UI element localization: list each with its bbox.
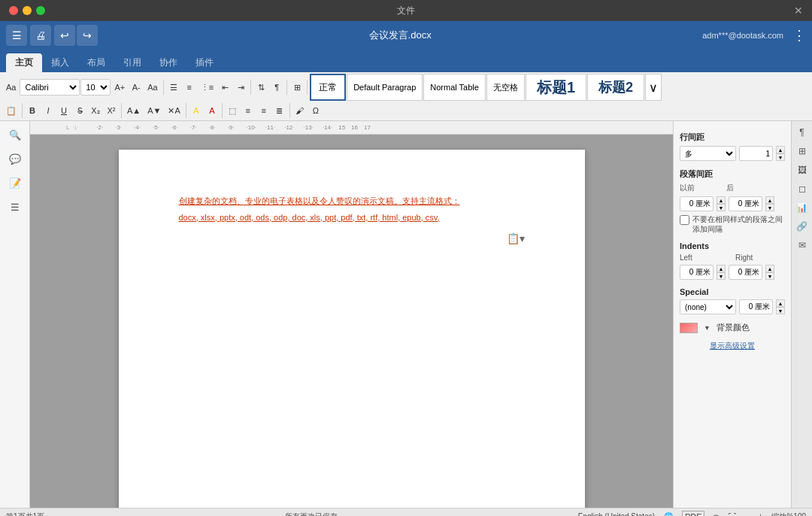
redo-button[interactable]: ↪ xyxy=(77,25,98,46)
style-no-spacing-button[interactable]: 无空格 xyxy=(486,74,525,101)
edit-icon[interactable]: ✏ xyxy=(714,512,720,516)
tab-plugins[interactable]: 插件 xyxy=(186,53,223,72)
indent-left-down[interactable]: ▼ xyxy=(717,272,726,280)
tab-layout[interactable]: 布局 xyxy=(78,53,114,72)
tab-references[interactable]: 引用 xyxy=(114,53,150,72)
sort-button[interactable]: ⇅ xyxy=(253,79,268,96)
zoom-out-icon[interactable]: – xyxy=(745,512,750,516)
font-size-select[interactable]: 10.5 xyxy=(80,79,111,96)
style-normal-table-button[interactable]: Normal Table xyxy=(423,74,486,101)
same-style-checkbox[interactable] xyxy=(680,215,689,225)
sidebar-toggle-button[interactable]: ☰ xyxy=(6,25,27,46)
para-before-input[interactable] xyxy=(680,196,714,211)
style-heading1-button[interactable]: 标题1 xyxy=(526,74,586,101)
font-increase-button[interactable]: A+ xyxy=(111,79,128,96)
font-family-select[interactable]: Calibri xyxy=(20,79,80,96)
line-spacing-up[interactable]: ▲ xyxy=(776,146,785,153)
advanced-settings-link[interactable]: 显示高级设置 xyxy=(680,341,785,351)
shape-icon[interactable]: ◻ xyxy=(794,181,810,197)
undo-button[interactable]: ↩ xyxy=(54,25,75,46)
list-button[interactable]: ⋮≡ xyxy=(198,79,217,96)
sidebar-nav-icon[interactable]: ☰ xyxy=(5,196,26,217)
para-before-down[interactable]: ▼ xyxy=(717,204,726,211)
image-icon[interactable]: 🖼 xyxy=(794,162,810,178)
line-spacing-down[interactable]: ▼ xyxy=(776,153,785,161)
align-justify-button[interactable]: ≣ xyxy=(272,102,287,119)
tab-insert[interactable]: 插入 xyxy=(42,53,78,72)
special-input[interactable] xyxy=(739,299,773,314)
close-dot[interactable] xyxy=(9,6,18,15)
bold-button[interactable]: B xyxy=(25,102,40,119)
link-icon[interactable]: 🔗 xyxy=(794,218,810,235)
indent-right-up[interactable]: ▲ xyxy=(765,265,774,272)
sidebar-comment-icon[interactable]: 💬 xyxy=(5,148,26,169)
print-button[interactable]: 🖨 xyxy=(30,25,51,46)
indent-button[interactable]: ⇥ xyxy=(233,79,248,96)
line-spacing-input[interactable] xyxy=(739,146,773,161)
chart-icon[interactable]: 📊 xyxy=(794,199,810,216)
strikethrough-button[interactable]: S̶ xyxy=(72,102,87,119)
indent-left-input[interactable] xyxy=(680,265,714,280)
zoom-in-icon[interactable]: + xyxy=(759,512,763,516)
outdent-button[interactable]: ⇤ xyxy=(217,79,232,96)
zoom-level[interactable]: 缩放%100 xyxy=(771,511,806,517)
special-up[interactable]: ▲ xyxy=(776,299,785,307)
pdf-icon[interactable]: PDF xyxy=(682,511,704,517)
font-decrease-button[interactable]: A- xyxy=(129,79,144,96)
window-controls[interactable] xyxy=(9,6,45,15)
maximize-dot[interactable] xyxy=(36,6,45,15)
numbering-button[interactable]: ≡ xyxy=(182,79,197,96)
paste-clipboard-icon[interactable]: 📋▾ xyxy=(507,230,525,247)
font-case-button[interactable]: Aa xyxy=(144,79,160,96)
style-default-paragraph-button[interactable]: Default Paragrap xyxy=(347,74,423,101)
indent-right-down[interactable]: ▼ xyxy=(765,272,774,280)
indent-right-input[interactable] xyxy=(729,265,762,280)
align-center-button[interactable]: ≡ xyxy=(241,102,256,119)
para-after-input[interactable] xyxy=(729,196,762,211)
document-content[interactable]: 创建复杂的文档、专业的电子表格以及令人赞叹的演示文稿。支持主流格式： docx,… xyxy=(179,195,525,227)
italic-button[interactable]: I xyxy=(41,102,56,119)
language-status[interactable]: English (United States) xyxy=(578,512,655,516)
right-icons-strip: ¶ ⊞ 🖼 ◻ 📊 🔗 ✉ xyxy=(791,121,812,508)
insert-special-button[interactable]: Ω xyxy=(308,102,323,119)
sidebar-search-icon[interactable]: 🔍 xyxy=(5,124,26,145)
para-before-up[interactable]: ▲ xyxy=(717,196,726,204)
highlight-button[interactable]: A xyxy=(189,102,204,119)
superscript-button[interactable]: X² xyxy=(104,102,119,119)
mail-icon[interactable]: ✉ xyxy=(794,237,810,253)
align-right-button[interactable]: ≡ xyxy=(256,102,271,119)
table-icon[interactable]: ⊞ xyxy=(794,143,810,159)
minimize-dot[interactable] xyxy=(23,6,32,15)
indent-left-up[interactable]: ▲ xyxy=(717,265,726,272)
style-normal-button[interactable]: 正常 xyxy=(310,74,346,101)
more-options-button[interactable]: ⋮ xyxy=(792,27,806,44)
font-grow-button[interactable]: A▲ xyxy=(124,102,144,119)
line-spacing-select[interactable]: 多 xyxy=(680,146,736,161)
special-select[interactable]: (none) xyxy=(680,299,736,314)
font-color-button[interactable]: A xyxy=(205,102,220,119)
format-painter-button[interactable]: 🖌 xyxy=(292,102,308,119)
close-button[interactable]: ✕ xyxy=(794,5,803,17)
sidebar-track-icon[interactable]: 📝 xyxy=(5,172,26,193)
subscript-button[interactable]: X₂ xyxy=(88,102,103,119)
special-down[interactable]: ▼ xyxy=(776,307,785,314)
style-heading2-button[interactable]: 标题2 xyxy=(587,74,644,101)
align-left-button[interactable]: ⬚ xyxy=(225,102,240,119)
paragraph-icon[interactable]: ¶ xyxy=(794,124,810,141)
tab-home[interactable]: 主页 xyxy=(6,53,42,72)
clear-format-button[interactable]: ✕A xyxy=(165,102,183,119)
paragraph-marks-button[interactable]: ¶ xyxy=(269,79,284,96)
border-button[interactable]: ⊞ xyxy=(289,79,304,96)
bg-color-swatch[interactable] xyxy=(680,323,698,333)
document-scroll[interactable]: 创建复杂的文档、专业的电子表格以及令人赞叹的演示文稿。支持主流格式： docx,… xyxy=(30,135,673,508)
font-shrink-button[interactable]: A▼ xyxy=(144,102,164,119)
para-after-down[interactable]: ▼ xyxy=(765,204,774,211)
tab-collab[interactable]: 协作 xyxy=(150,53,186,72)
style-selector-button[interactable]: Aa xyxy=(3,79,19,96)
para-after-up[interactable]: ▲ xyxy=(765,196,774,204)
paste-button[interactable]: 📋 xyxy=(3,102,20,119)
underline-button[interactable]: U xyxy=(56,102,71,119)
bullets-button[interactable]: ☰ xyxy=(166,79,181,96)
fullscreen-icon[interactable]: ⛶ xyxy=(729,512,736,516)
styles-dropdown-button[interactable]: ∨ xyxy=(645,74,662,101)
